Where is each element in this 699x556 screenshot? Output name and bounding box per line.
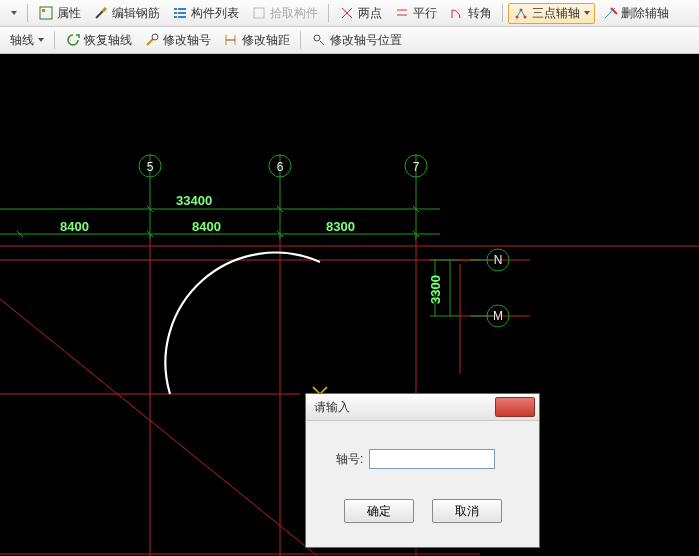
parallel-button[interactable]: 平行 — [389, 3, 442, 24]
label: 轴线 — [10, 32, 34, 49]
dialog-title-text: 请输入 — [314, 399, 495, 416]
label: 构件列表 — [191, 5, 239, 22]
cancel-button[interactable]: 取消 — [432, 499, 502, 523]
edit-rebar-button[interactable]: 编辑钢筋 — [88, 3, 165, 24]
svg-line-27 — [0, 299, 320, 556]
axis-line-button[interactable]: 轴线 — [5, 30, 49, 51]
separator — [27, 4, 28, 22]
three-point-aux-button[interactable]: 三点辅轴 — [508, 3, 595, 24]
input-dialog: 请输入 轴号: 确定 取消 — [305, 393, 540, 548]
delete-aux-icon — [602, 5, 618, 21]
toolbar-primary: 属性 编辑钢筋 构件列表 拾取构件 两点 平行 转角 三点辅轴 删除辅轴 — [0, 0, 699, 27]
list-icon — [172, 5, 188, 21]
edit-axis-id-pos-icon — [311, 32, 327, 48]
label: 拾取构件 — [270, 5, 318, 22]
axis-bubble-7: 7 — [413, 160, 420, 174]
axis-id-row: 轴号: — [336, 449, 523, 469]
caret-down-icon — [11, 11, 17, 15]
label: 三点辅轴 — [532, 5, 580, 22]
turn-angle-button[interactable]: 转角 — [444, 3, 497, 24]
separator — [54, 31, 55, 49]
close-icon — [306, 394, 317, 404]
svg-rect-6 — [174, 16, 177, 18]
svg-point-22 — [314, 35, 320, 41]
edit-rebar-icon — [93, 5, 109, 21]
svg-point-18 — [152, 34, 158, 40]
edit-axis-id-pos-button[interactable]: 修改轴号位置 — [306, 30, 407, 51]
edit-axis-dist-button[interactable]: 修改轴距 — [218, 30, 295, 51]
component-list-button[interactable]: 构件列表 — [167, 3, 244, 24]
axis-bubble-6: 6 — [277, 160, 284, 174]
svg-rect-8 — [254, 8, 264, 18]
pick-component-button[interactable]: 拾取构件 — [246, 3, 323, 24]
restore-axis-button[interactable]: 恢复轴线 — [60, 30, 137, 51]
arc-preview — [165, 253, 320, 394]
separator — [300, 31, 301, 49]
edit-axis-id-button[interactable]: 修改轴号 — [139, 30, 216, 51]
label: 恢复轴线 — [84, 32, 132, 49]
three-point-aux-icon — [513, 5, 529, 21]
dropdown-small[interactable] — [5, 9, 22, 17]
parallel-icon — [394, 5, 410, 21]
edit-axis-id-icon — [144, 32, 160, 48]
axis-id-label: 轴号: — [336, 451, 363, 468]
pick-icon — [251, 5, 267, 21]
svg-rect-2 — [174, 8, 177, 10]
axis-id-input[interactable] — [369, 449, 495, 469]
axis-bubble-5: 5 — [147, 160, 154, 174]
label: 修改轴号 — [163, 32, 211, 49]
axis-bubble-n: N — [494, 253, 503, 267]
label: 修改轴号位置 — [330, 32, 402, 49]
edit-axis-dist-icon — [223, 32, 239, 48]
turn-angle-icon — [449, 5, 465, 21]
restore-axis-icon — [65, 32, 81, 48]
toolbar-secondary: 轴线 恢复轴线 修改轴号 修改轴距 修改轴号位置 — [0, 27, 699, 54]
label: 编辑钢筋 — [112, 5, 160, 22]
caret-down-icon — [584, 11, 590, 15]
separator — [328, 4, 329, 22]
separator — [502, 4, 503, 22]
svg-rect-5 — [178, 12, 186, 14]
label: 属性 — [57, 5, 81, 22]
dialog-titlebar[interactable]: 请输入 — [306, 394, 539, 421]
properties-button[interactable]: 属性 — [33, 3, 86, 24]
dialog-buttons: 确定 取消 — [322, 499, 523, 537]
two-points-icon — [339, 5, 355, 21]
dim-s3: 8300 — [326, 219, 355, 234]
ok-button[interactable]: 确定 — [344, 499, 414, 523]
dialog-close-button[interactable] — [495, 397, 535, 417]
dim-s2: 8400 — [192, 219, 221, 234]
dim-v1: 3300 — [428, 275, 443, 304]
svg-rect-3 — [178, 8, 186, 10]
cad-viewport[interactable]: 5 6 7 N M 33400 8400 8400 8300 3300 请输入 … — [0, 54, 699, 556]
svg-rect-1 — [42, 9, 45, 12]
two-points-button[interactable]: 两点 — [334, 3, 387, 24]
dialog-body: 轴号: 确定 取消 — [306, 421, 539, 547]
dim-total: 33400 — [176, 193, 212, 208]
axis-bubble-m: M — [493, 309, 503, 323]
label: 转角 — [468, 5, 492, 22]
label: 平行 — [413, 5, 437, 22]
caret-down-icon — [38, 38, 44, 42]
label: 修改轴距 — [242, 32, 290, 49]
svg-rect-0 — [40, 7, 52, 19]
svg-rect-4 — [174, 12, 177, 14]
properties-icon — [38, 5, 54, 21]
svg-rect-7 — [178, 16, 186, 18]
delete-aux-button[interactable]: 删除辅轴 — [597, 3, 674, 24]
label: 两点 — [358, 5, 382, 22]
dim-s1: 8400 — [60, 219, 89, 234]
label: 删除辅轴 — [621, 5, 669, 22]
